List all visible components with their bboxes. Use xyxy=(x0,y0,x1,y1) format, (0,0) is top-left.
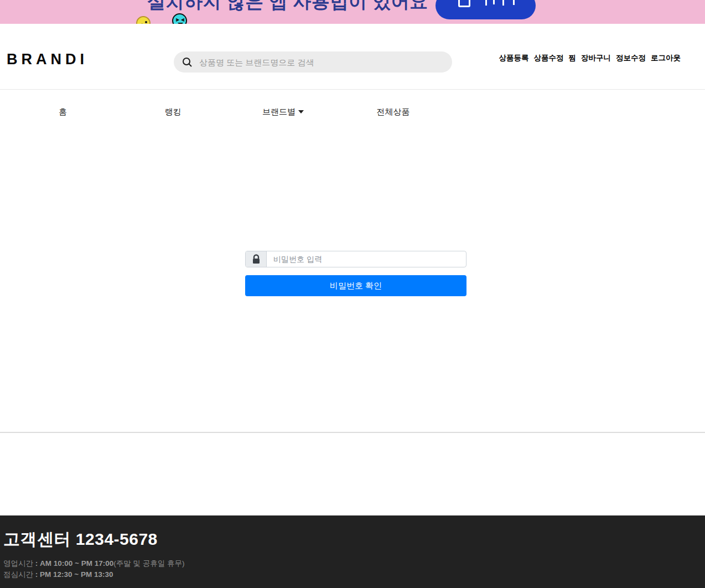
main-nav: 홈 랭킹 브랜드별 전체상품 xyxy=(8,90,448,134)
header-link-product-edit[interactable]: 상품수정 xyxy=(534,53,564,63)
lock-icon xyxy=(252,254,261,264)
password-input-addon xyxy=(246,251,267,267)
lunch-hours-time: : PM 12:30 ~ PM 13:30 xyxy=(35,570,113,579)
site-header: BRANDI 상품등록 상품수정 찜 장바구니 정보수정 로그아웃 xyxy=(0,24,705,90)
password-input[interactable] xyxy=(267,251,466,267)
nav-item-ranking[interactable]: 랭킹 xyxy=(118,107,228,117)
nav-item-home[interactable]: 홈 xyxy=(8,107,118,117)
password-confirm-button[interactable]: 비밀번호 확인 xyxy=(245,275,466,296)
business-hours-note: (주말 및 공휴일 휴무) xyxy=(113,559,184,568)
brandi-logo[interactable]: BRANDI xyxy=(7,51,88,68)
lunch-hours-label: 점심시간 xyxy=(3,570,35,579)
search-input[interactable] xyxy=(198,57,444,68)
business-hours-label: 영업시간 xyxy=(3,559,35,568)
lunch-hours-line: 점심시간 : PM 12:30 ~ PM 13:30 xyxy=(3,569,705,580)
chevron-down-icon xyxy=(298,110,304,114)
site-footer: 고객센터 1234-5678 영업시간 : AM 10:00 ~ PM 17:0… xyxy=(0,515,705,588)
search-icon xyxy=(182,57,193,68)
nav-item-by-brand[interactable]: 브랜드별 xyxy=(228,107,338,117)
app-window-icon xyxy=(458,0,470,7)
header-link-wishlist[interactable]: 찜 xyxy=(569,53,577,63)
header-link-cart[interactable]: 장바구니 xyxy=(581,53,611,63)
password-confirm-form: 비밀번호 확인 xyxy=(245,251,466,296)
nav-item-home-label: 홈 xyxy=(59,107,67,116)
yellow-smiley-emoji xyxy=(136,16,151,24)
header-links: 상품등록 상품수정 찜 장바구니 정보수정 로그아웃 xyxy=(499,53,681,63)
header-link-info-edit[interactable]: 정보수정 xyxy=(616,53,646,63)
header-link-logout[interactable]: 로그아웃 xyxy=(651,53,681,63)
business-hours-line: 영업시간 : AM 10:00 ~ PM 17:00(주말 및 공휴일 휴무) xyxy=(3,558,705,569)
password-input-group xyxy=(245,251,466,267)
customer-center-title: 고객센터 1234-5678 xyxy=(3,529,705,550)
cyan-laughing-emoji xyxy=(172,13,187,24)
nav-item-by-brand-label: 브랜드별 xyxy=(262,107,296,116)
content-divider xyxy=(0,432,705,433)
business-hours-time: : AM 10:00 ~ PM 17:00 xyxy=(35,559,113,568)
button-text-remnant xyxy=(485,0,487,6)
header-link-product-register[interactable]: 상품등록 xyxy=(499,53,529,63)
app-download-button[interactable] xyxy=(436,0,536,19)
nav-item-all-products[interactable]: 전체상품 xyxy=(338,107,448,117)
search-bar[interactable] xyxy=(174,51,452,73)
button-text-remnant xyxy=(493,0,495,4)
promo-banner: 설치하지 않은 앱 사용법이 있어요 xyxy=(0,0,705,24)
nav-item-all-products-label: 전체상품 xyxy=(377,107,410,116)
footer-hours: 영업시간 : AM 10:00 ~ PM 17:00(주말 및 공휴일 휴무) … xyxy=(3,558,705,580)
nav-item-ranking-label: 랭킹 xyxy=(165,107,182,116)
button-text-remnant xyxy=(513,0,515,5)
button-text-remnant xyxy=(502,0,504,6)
promo-banner-text: 설치하지 않은 앱 사용법이 있어요 xyxy=(147,0,428,14)
